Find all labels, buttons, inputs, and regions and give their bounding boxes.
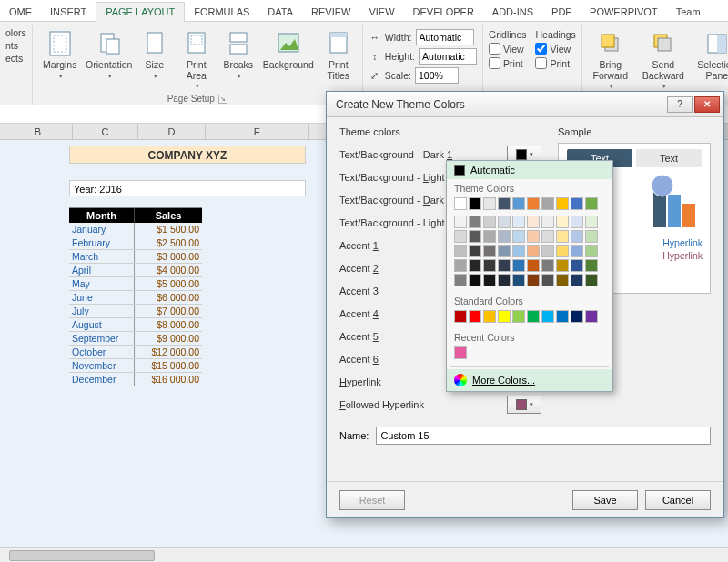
- color-swatch[interactable]: [498, 245, 511, 257]
- color-swatch[interactable]: [469, 259, 481, 272]
- table-row[interactable]: March$3 000.00: [69, 250, 202, 264]
- table-row[interactable]: February$2 500.00: [69, 236, 202, 250]
- color-swatch[interactable]: [469, 197, 481, 210]
- cell-month[interactable]: March: [69, 250, 135, 263]
- tab-data[interactable]: DATA: [258, 3, 302, 21]
- color-swatch[interactable]: [527, 310, 540, 323]
- close-button[interactable]: ✕: [694, 96, 720, 113]
- help-button[interactable]: ?: [667, 96, 693, 113]
- color-swatch[interactable]: [585, 259, 598, 272]
- color-swatch[interactable]: [454, 230, 467, 243]
- color-swatch[interactable]: [541, 230, 554, 243]
- color-swatch[interactable]: [585, 216, 598, 228]
- color-swatch[interactable]: [469, 245, 481, 257]
- reset-button[interactable]: Reset: [339, 490, 405, 510]
- color-swatch[interactable]: [512, 216, 525, 228]
- size-button[interactable]: Size▾: [136, 27, 173, 79]
- color-swatch[interactable]: [454, 259, 467, 272]
- cell-month[interactable]: January: [69, 223, 135, 236]
- theme-color-swatch-button[interactable]: ▾: [507, 396, 541, 414]
- tab-add-ins[interactable]: ADD-INS: [483, 3, 542, 21]
- color-swatch[interactable]: [541, 216, 554, 228]
- orientation-button[interactable]: Orientation▾: [87, 27, 131, 79]
- color-swatch[interactable]: [527, 274, 540, 286]
- color-swatch[interactable]: [512, 230, 525, 243]
- color-swatch[interactable]: [556, 197, 569, 210]
- tab-ome[interactable]: OME: [0, 3, 41, 21]
- cell-sales[interactable]: $8 000.00: [135, 318, 202, 331]
- color-swatch[interactable]: [483, 245, 496, 257]
- color-swatch[interactable]: [483, 197, 496, 210]
- color-swatch[interactable]: [483, 310, 496, 323]
- table-row[interactable]: August$8 000.00: [69, 318, 202, 332]
- color-swatch[interactable]: [512, 197, 525, 210]
- table-row[interactable]: September$9 000.00: [69, 332, 202, 346]
- cell-month[interactable]: June: [69, 291, 135, 304]
- cell-month[interactable]: July: [69, 305, 135, 317]
- color-swatch[interactable]: [556, 259, 569, 272]
- gridlines-print-check[interactable]: Print: [489, 57, 526, 69]
- color-swatch[interactable]: [571, 245, 583, 257]
- color-swatch[interactable]: [498, 310, 511, 323]
- color-swatch[interactable]: [585, 197, 598, 210]
- color-swatch[interactable]: [571, 230, 583, 243]
- tab-insert[interactable]: INSERT: [41, 3, 96, 21]
- col-header-C[interactable]: C: [73, 124, 138, 139]
- tab-powerpivot[interactable]: POWERPIVOT: [581, 3, 667, 21]
- color-swatch[interactable]: [571, 274, 583, 286]
- cell-sales[interactable]: $12 000.00: [135, 346, 202, 358]
- col-header-D[interactable]: D: [138, 124, 206, 139]
- table-row[interactable]: November$15 000.00: [69, 359, 202, 373]
- cell-sales[interactable]: $16 000.00: [135, 373, 202, 386]
- dialog-titlebar[interactable]: Create New Theme Colors ? ✕: [327, 92, 723, 117]
- cell-sales[interactable]: $9 000.00: [135, 332, 202, 345]
- color-swatch[interactable]: [585, 310, 598, 323]
- table-row[interactable]: June$6 000.00: [69, 291, 202, 305]
- tab-formulas[interactable]: FORMULAS: [185, 3, 258, 21]
- color-swatch[interactable]: [454, 274, 467, 286]
- name-input[interactable]: [376, 427, 711, 445]
- col-header-B[interactable]: B: [4, 124, 73, 139]
- color-swatch[interactable]: [512, 259, 525, 272]
- tab-view[interactable]: VIEW: [359, 3, 403, 21]
- more-colors-item[interactable]: More Colors...: [447, 369, 612, 391]
- selection-pane-button[interactable]: Selection Pane: [693, 27, 728, 81]
- table-row[interactable]: April$4 000.00: [69, 264, 202, 277]
- color-swatch[interactable]: [498, 216, 511, 228]
- color-swatch[interactable]: [527, 230, 540, 243]
- color-swatch[interactable]: [498, 259, 511, 272]
- gridlines-view-check[interactable]: View: [489, 43, 526, 55]
- table-row[interactable]: January$1 500.00: [69, 223, 202, 236]
- tab-team[interactable]: Team: [667, 3, 710, 21]
- cell-sales[interactable]: $6 000.00: [135, 291, 202, 304]
- color-swatch[interactable]: [556, 274, 569, 286]
- color-swatch[interactable]: [585, 274, 598, 286]
- cell-month[interactable]: April: [69, 264, 135, 276]
- color-swatch[interactable]: [541, 274, 554, 286]
- cell-month[interactable]: October: [69, 346, 135, 358]
- cancel-button[interactable]: Cancel: [645, 490, 711, 510]
- color-swatch[interactable]: [483, 259, 496, 272]
- scale-input[interactable]: [415, 67, 459, 84]
- color-swatch[interactable]: [571, 197, 583, 210]
- color-swatch[interactable]: [556, 310, 569, 323]
- headings-view-check[interactable]: View: [535, 43, 575, 55]
- themes-effects[interactable]: ects: [5, 53, 23, 64]
- margins-button[interactable]: Margins▾: [38, 27, 82, 79]
- color-swatch[interactable]: [556, 245, 569, 257]
- cell-sales[interactable]: $4 000.00: [135, 264, 202, 276]
- color-swatch[interactable]: [498, 197, 511, 210]
- year-cell[interactable]: Year: 2016: [69, 180, 306, 196]
- color-swatch[interactable]: [483, 230, 496, 243]
- color-swatch[interactable]: [483, 274, 496, 286]
- cell-month[interactable]: February: [69, 236, 135, 249]
- color-swatch[interactable]: [541, 310, 554, 323]
- themes-colors[interactable]: olors: [5, 27, 26, 38]
- table-row[interactable]: July$7 000.00: [69, 305, 202, 318]
- color-swatch[interactable]: [483, 216, 496, 228]
- bring-forward-button[interactable]: Bring Forward▾: [588, 27, 633, 90]
- color-swatch[interactable]: [527, 245, 540, 257]
- page-setup-launcher[interactable]: ↘: [218, 95, 228, 104]
- color-swatch[interactable]: [469, 274, 481, 286]
- color-swatch[interactable]: [469, 310, 481, 323]
